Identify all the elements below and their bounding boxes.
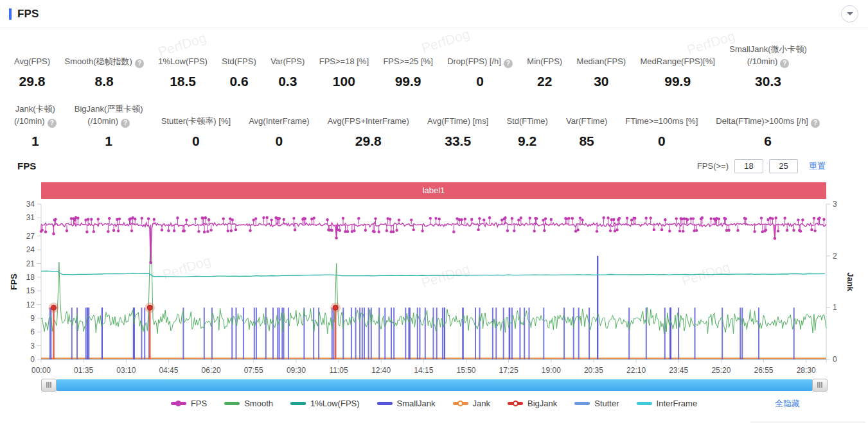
legend-item-jank[interactable]: Jank <box>453 399 490 408</box>
svg-text:24: 24 <box>26 245 35 254</box>
fps-threshold-filter: FPS(>=) 重置 <box>697 159 826 173</box>
stat-label: MedRange(FPS)[%] <box>641 56 715 66</box>
help-icon[interactable] <box>135 59 144 68</box>
legend-label: FPS <box>191 399 207 408</box>
stat-label: Delta(FTime)>100ms [/h] <box>716 116 808 126</box>
stat-label: SmallJank(微小卡顿) <box>729 44 807 54</box>
legend-label: BigJank <box>527 399 557 408</box>
svg-text:12:40: 12:40 <box>371 366 391 375</box>
grip-icon <box>817 382 822 388</box>
smooth-swatch-icon <box>224 400 240 407</box>
fps-chart[interactable]: 34312724211815129630321000:0001:3503:100… <box>0 199 868 379</box>
legend-item-fps[interactable]: FPS <box>171 399 207 408</box>
stat-value: 30.3 <box>729 74 807 89</box>
stat-avg-fps-interframe: Avg(FPS+InterFrame)29.8 <box>328 116 409 149</box>
collapse-button[interactable] <box>841 5 858 22</box>
svg-text:31: 31 <box>26 213 35 222</box>
footer-divider <box>750 422 865 422</box>
svg-text:34: 34 <box>26 200 35 209</box>
stat-label: Avg(FPS+InterFrame) <box>328 116 409 126</box>
svg-text:Jank: Jank <box>846 272 855 291</box>
svg-text:20:35: 20:35 <box>584 366 603 375</box>
stat-jank: Jank(卡顿)(/10min)1 <box>14 103 57 149</box>
stat-value: 0 <box>447 74 513 89</box>
svg-text:23:45: 23:45 <box>669 366 688 375</box>
scrollbar-track[interactable] <box>57 379 812 391</box>
stat-min-fps: Min(FPS)22 <box>527 56 562 89</box>
scrollbar-right-handle[interactable] <box>812 379 828 392</box>
svg-text:04:45: 04:45 <box>159 366 178 375</box>
stat-value: 33.5 <box>427 134 488 149</box>
svg-text:00:00: 00:00 <box>31 366 51 375</box>
stat-value: 1 <box>75 134 143 149</box>
svg-text:12: 12 <box>26 300 35 309</box>
panel-header: FPS <box>0 0 868 28</box>
stat-value: 1 <box>14 134 57 149</box>
stat-avg-ftime: Avg(FTime) [ms]33.5 <box>427 116 488 149</box>
help-icon[interactable] <box>811 119 820 128</box>
stat-label: Avg(InterFrame) <box>249 116 309 126</box>
help-icon[interactable] <box>780 59 789 68</box>
legend-item-interframe[interactable]: InterFrame <box>637 399 698 408</box>
stat-drop-fps: Drop(FPS) [/h]0 <box>447 56 513 89</box>
svg-text:15:50: 15:50 <box>456 366 475 375</box>
legend-item-smalljank[interactable]: SmallJank <box>377 399 436 408</box>
stat-value: 100 <box>319 74 369 89</box>
stutter-swatch-icon <box>574 400 590 407</box>
stat-label: 1%Low(FPS) <box>158 56 208 66</box>
stat-label: Median(FPS) <box>577 56 626 66</box>
fps-chart-canvas[interactable]: 34312724211815129630321000:0001:3503:100… <box>0 199 868 379</box>
legend-item-smooth[interactable]: Smooth <box>224 399 273 408</box>
legend-label: 1%Low(FPS) <box>310 399 360 408</box>
stat-smalljank: SmallJank(微小卡顿)(/10min)30.3 <box>729 44 807 89</box>
legend-item-1-low-fps-[interactable]: 1%Low(FPS) <box>290 399 360 408</box>
stat-label: FTime>=100ms [%] <box>625 116 698 126</box>
fps-min-input[interactable] <box>734 159 763 173</box>
svg-text:9: 9 <box>30 314 35 323</box>
svg-text:0: 0 <box>833 355 837 364</box>
stat-value: 0 <box>625 134 698 149</box>
stat-value: 99.9 <box>383 74 432 89</box>
stat-label: Avg(FPS) <box>14 56 50 66</box>
svg-text:6: 6 <box>30 327 35 336</box>
chart-scrollbar <box>41 379 828 392</box>
fps-max-input[interactable] <box>769 159 798 173</box>
stat-label: Jank(卡顿) <box>15 104 55 114</box>
stat-medrange-fps: MedRange(FPS)[%]99.9 <box>641 56 715 89</box>
svg-text:15: 15 <box>26 286 35 295</box>
stat-delta-ftime: Delta(FTime)>100ms [/h]6 <box>716 116 820 149</box>
stat-smooth: Smooth(稳帧指数)8.8 <box>64 56 143 89</box>
fps-panel: FPS Avg(FPS)29.8 Smooth(稳帧指数)8.8 1%Low(F… <box>0 0 868 423</box>
help-icon[interactable] <box>121 119 130 128</box>
stat-value: 29.8 <box>328 134 409 149</box>
legend-item-stutter[interactable]: Stutter <box>574 399 619 408</box>
stats-row-1: Avg(FPS)29.8 Smooth(稳帧指数)8.8 1%Low(FPS)1… <box>0 44 868 89</box>
hide-all-link[interactable]: 全隐藏 <box>775 398 800 410</box>
fps-filter-label: FPS(>=) <box>697 161 729 171</box>
stat-fps-ge18: FPS>=18 [%]100 <box>319 56 369 89</box>
stat-ftime-ge100: FTime>=100ms [%]0 <box>625 116 698 149</box>
legend-label: Stutter <box>594 399 619 408</box>
help-icon[interactable] <box>504 59 513 68</box>
fps-swatch-icon <box>171 400 186 407</box>
scrollbar-left-handle[interactable] <box>41 379 57 392</box>
stat-value: 9.2 <box>506 134 548 149</box>
svg-text:11:05: 11:05 <box>329 366 348 375</box>
stat-label: Std(FPS) <box>222 56 256 66</box>
legend-label: InterFrame <box>657 399 698 408</box>
smalljank-swatch-icon <box>377 400 393 407</box>
reset-link[interactable]: 重置 <box>809 160 826 172</box>
stat-label: (/10min) <box>87 116 118 126</box>
stat-fps-ge25: FPS>=25 [%]99.9 <box>383 56 432 89</box>
stat-std-fps: Std(FPS)0.6 <box>222 56 256 89</box>
svg-text:2: 2 <box>833 251 837 260</box>
stat-label: Var(FTime) <box>566 116 607 126</box>
help-icon[interactable] <box>48 119 57 128</box>
stat-label: Stutter(卡顿率) [%] <box>161 116 231 126</box>
svg-text:09:30: 09:30 <box>287 366 306 375</box>
stat-stutter: Stutter(卡顿率) [%]0 <box>161 116 231 149</box>
svg-text:27: 27 <box>26 231 35 240</box>
stat-value: 18.5 <box>158 74 208 89</box>
legend-item-bigjank[interactable]: BigJank <box>508 399 557 408</box>
stat-label: BigJank(严重卡顿) <box>75 104 143 114</box>
